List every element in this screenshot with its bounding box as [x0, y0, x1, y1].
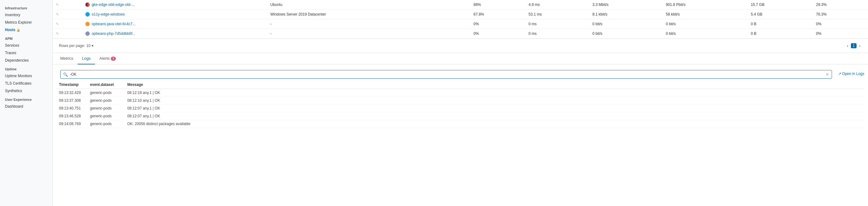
external-link-icon: ↗	[838, 72, 841, 76]
log-dataset: generic-pods	[88, 97, 125, 105]
sidebar-item-inventory[interactable]: Inventory	[0, 11, 53, 19]
sidebar-item-traces[interactable]: Traces	[0, 49, 53, 57]
open-in-logs-button[interactable]: ↗ Open in Logs	[838, 72, 864, 76]
tab-badge: 9	[111, 57, 116, 61]
sidebar-item-label: Metrics Explorer	[5, 20, 32, 25]
sidebar-item-label: Hosts	[5, 28, 15, 32]
host-rx: 0 bit/s	[589, 19, 662, 29]
host-latency: 4.9 ms	[526, 0, 590, 10]
search-clear-button[interactable]: ✕	[826, 72, 829, 77]
log-timestamp: 09:13:40.751	[57, 105, 88, 112]
host-disk: 0 B	[748, 29, 813, 38]
host-name-link[interactable]: o11y-edge-windows	[92, 12, 125, 17]
sidebar-section-title: APM	[0, 34, 53, 42]
sidebar-section-title: User Experience	[0, 95, 53, 103]
host-cpu: 88%	[470, 0, 525, 10]
edit-icon[interactable]: ✎	[56, 32, 59, 35]
log-search-input[interactable]	[70, 72, 824, 77]
host-latency: 53.1 ms	[526, 10, 590, 19]
log-search-bar: 🔍 ✕	[60, 70, 832, 79]
host-disk: 5.4 GB	[748, 10, 813, 19]
host-latency: 0 ms	[526, 19, 590, 29]
list-item: 09:14:08.769generic-podsOK: 20056 distin…	[57, 120, 864, 128]
hosts-table-area: ✎ gke-edge-obit-edge-obt-... Ubuntu88%4.…	[53, 0, 868, 53]
host-os: -	[267, 19, 471, 29]
search-icon: 🔍	[63, 72, 68, 77]
sidebar-item-hosts[interactable]: Hosts🔒	[0, 26, 53, 34]
edit-icon[interactable]: ✎	[56, 12, 59, 16]
sidebar-item-label: Services	[5, 43, 19, 48]
list-item: 09:13:37.308generic-pods08:12:10 any.1 |…	[57, 97, 864, 105]
host-uptime: 76.3%	[813, 10, 868, 19]
php-os-icon	[85, 31, 90, 36]
sidebar-item-services[interactable]: Services	[0, 42, 53, 49]
host-name-link[interactable]: opbeans-java-otel-6c4c7...	[92, 22, 135, 26]
logs-table-wrap: Timestampevent.datasetMessage 09:13:32.4…	[53, 81, 868, 206]
table-footer: Rows per page: 10 ▾ ‹ 1 ›	[53, 38, 868, 53]
sidebar-item-label: Synthetics	[5, 89, 22, 93]
sidebar-item-label: TLS Certificates	[5, 81, 31, 85]
list-item: 09:13:40.751generic-pods08:12:07 any.1 |…	[57, 105, 864, 112]
host-tx: 901.8 Pbit/s	[663, 0, 748, 10]
sidebar-item-dependencies[interactable]: Dependencies	[0, 57, 53, 64]
host-uptime: 29.3%	[813, 0, 868, 10]
host-name-link[interactable]: opbeans-php-7d5ddbb6f...	[92, 31, 135, 36]
log-dataset: generic-pods	[88, 105, 125, 112]
edit-icon[interactable]: ✎	[56, 22, 59, 26]
next-page-button[interactable]: ›	[858, 43, 862, 48]
host-tx: 58 kbit/s	[663, 10, 748, 19]
sidebar-item-label: Traces	[5, 51, 16, 55]
tabs-row: MetricsLogsAlerts9	[53, 53, 868, 65]
sidebar-item-tls-certificates[interactable]: TLS Certificates	[0, 80, 53, 87]
log-dataset: generic-pods	[88, 112, 125, 120]
log-message: OK: 20056 distinct packages available	[125, 120, 864, 128]
sidebar-item-metrics-explorer[interactable]: Metrics Explorer	[0, 19, 53, 26]
edit-icon[interactable]: ✎	[56, 3, 59, 6]
sidebar-item-uptime-monitors[interactable]: Uptime Monitors	[0, 72, 53, 80]
sidebar-item-dashboard[interactable]: Dashboard	[0, 103, 53, 110]
tab-label: Metrics	[60, 56, 73, 61]
log-timestamp: 09:13:32.429	[57, 89, 88, 97]
log-message: 08:12:10 any.1 | OK	[125, 97, 864, 105]
host-rx: 0 bit/s	[589, 29, 662, 38]
sidebar-item-synthetics[interactable]: Synthetics	[0, 87, 53, 95]
tab-logs[interactable]: Logs	[78, 53, 95, 65]
list-item: 09:13:32.429generic-pods08:12:18 any.1 |…	[57, 89, 864, 97]
logs-table: Timestampevent.datasetMessage 09:13:32.4…	[57, 81, 864, 128]
host-rx: 8.1 kbit/s	[589, 10, 662, 19]
open-in-logs-label: Open in Logs	[842, 72, 864, 76]
log-timestamp: 09:13:46.528	[57, 112, 88, 120]
logs-column-header: Timestamp	[57, 81, 88, 89]
rows-per-page-selector[interactable]: Rows per page: 10 ▾	[56, 41, 97, 50]
current-page[interactable]: 1	[851, 43, 857, 48]
log-timestamp: 09:13:37.308	[57, 97, 88, 105]
sidebar-item-label: Uptime Monitors	[5, 74, 32, 78]
pagination: ‹ 1 ›	[842, 41, 865, 51]
prev-page-button[interactable]: ‹	[846, 43, 850, 48]
tab-metrics[interactable]: Metrics	[56, 53, 78, 65]
host-uptime: 0%	[813, 29, 868, 38]
chevron-down-icon: ▾	[92, 44, 93, 48]
logs-area: 🔍 ✕ ↗ Open in Logs Timestampevent.datase…	[53, 65, 868, 206]
host-uptime: 0%	[813, 19, 868, 29]
sidebar-section-title: Infrastructure	[0, 3, 53, 11]
tab-label: Logs	[82, 56, 91, 61]
rows-per-page-label: Rows per page:	[59, 44, 85, 48]
host-latency: 0 ms	[526, 29, 590, 38]
host-cpu: 0%	[470, 19, 525, 29]
logs-table-header: Timestampevent.datasetMessage	[57, 81, 864, 89]
log-message: 08:12:18 any.1 | OK	[125, 89, 864, 97]
host-name-link[interactable]: gke-edge-obit-edge-obt-...	[92, 2, 135, 7]
log-dataset: generic-pods	[88, 89, 125, 97]
host-cpu: 0%	[470, 29, 525, 38]
logs-column-header: event.dataset	[88, 81, 125, 89]
tab-alerts[interactable]: Alerts9	[95, 53, 120, 65]
host-tx: 0 bit/s	[663, 29, 748, 38]
host-os: -	[267, 29, 471, 38]
host-tx: 0 bit/s	[663, 19, 748, 29]
windows-os-icon	[85, 12, 90, 17]
hosts-table: ✎ gke-edge-obit-edge-obt-... Ubuntu88%4.…	[53, 0, 868, 38]
host-disk: 0 B	[748, 19, 813, 29]
log-message: 08:12:07 any.1 | OK	[125, 112, 864, 120]
sidebar-section-title: Uptime	[0, 64, 53, 72]
